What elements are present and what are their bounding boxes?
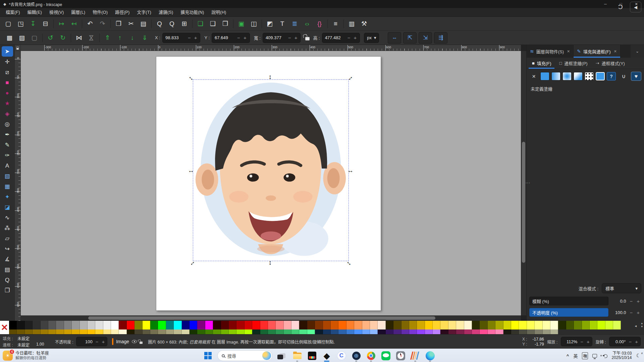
palette-swatch[interactable]	[25, 321, 33, 329]
palette-swatch[interactable]	[472, 329, 480, 334]
palette-swatch[interactable]	[495, 321, 503, 329]
object-properties-button[interactable]: {}	[313, 18, 326, 29]
palette-swatch[interactable]	[346, 321, 354, 329]
stroke-paint-subtab[interactable]: □邊框塗繪(P)	[556, 58, 591, 69]
palette-swatch[interactable]	[448, 329, 456, 334]
ime-mode-indicator[interactable]: 嘸	[582, 352, 588, 359]
duplicate-button[interactable]: ❏	[194, 18, 207, 29]
pages-tool[interactable]: ▤	[2, 264, 13, 275]
pen-tool[interactable]: ✒	[2, 129, 13, 140]
dock-resize-handle[interactable]: ⋮	[527, 181, 529, 185]
lower-button[interactable]: ↓	[126, 32, 139, 44]
palette-swatch[interactable]	[190, 329, 197, 334]
palette-swatch[interactable]	[346, 329, 354, 334]
palette-swatch[interactable]	[127, 329, 135, 334]
palette-swatch[interactable]	[9, 329, 17, 334]
palette-swatch[interactable]	[315, 321, 323, 329]
statusbar-opacity-value[interactable]: 100	[79, 339, 94, 344]
palette-swatch[interactable]	[440, 321, 448, 329]
height-field[interactable]: 477.482 − +	[322, 33, 360, 43]
taskbar-clock-app[interactable]	[393, 349, 408, 362]
transform-stroke-toggle[interactable]: ⇔	[388, 32, 401, 44]
x-plus-button[interactable]: +	[193, 35, 199, 41]
palette-swatch[interactable]	[229, 321, 236, 329]
unknown-paint-button[interactable]: ?	[607, 72, 616, 80]
taskbar-globe[interactable]: ⊕	[349, 349, 364, 362]
palette-swatch[interactable]	[174, 321, 181, 329]
palette-swatch[interactable]	[135, 321, 142, 329]
undo-button[interactable]: ↶	[84, 18, 96, 29]
width-minus-button[interactable]: −	[286, 35, 293, 41]
xml-editor-button[interactable]: ‹›	[301, 18, 313, 29]
horizontal-ruler[interactable]: -300-200-1000100200300400500600700800900	[21, 45, 521, 51]
palette-swatch[interactable]	[550, 329, 558, 334]
height-value[interactable]: 477.482	[325, 35, 346, 40]
palette-swatch[interactable]	[480, 321, 487, 329]
menu-item[interactable]: 路徑(P)	[111, 8, 133, 16]
do-not-disturb-icon[interactable]: ☾z	[636, 353, 641, 359]
select-all-layers-button[interactable]: ▨	[16, 32, 28, 44]
palette-swatch[interactable]	[119, 329, 126, 334]
palette-swatch[interactable]	[158, 329, 166, 334]
ruler-corner[interactable]	[15, 45, 21, 51]
palette-swatch[interactable]	[236, 321, 244, 329]
palette-swatch[interactable]	[425, 321, 433, 329]
ungroup-button[interactable]: ◫	[248, 18, 260, 29]
palette-swatch[interactable]	[527, 329, 535, 334]
palette-swatch[interactable]	[331, 329, 338, 334]
palette-swatch[interactable]	[417, 321, 425, 329]
selection-handle[interactable]: ↔	[347, 167, 354, 174]
width-value[interactable]: 409.377	[266, 35, 286, 40]
menu-item[interactable]: 文字(T)	[133, 8, 155, 16]
selection-handle[interactable]: ↔	[268, 74, 274, 80]
palette-swatch[interactable]	[182, 321, 190, 329]
clock-date[interactable]: 下午 03:03 2025/10/14	[611, 351, 632, 360]
palette-swatch[interactable]	[221, 321, 229, 329]
palette-swatch[interactable]	[150, 329, 158, 334]
width-plus-button[interactable]: +	[293, 35, 299, 41]
y-plus-button[interactable]: +	[242, 35, 248, 41]
blur-minus-button[interactable]: −	[628, 298, 634, 304]
lower-to-bottom-button[interactable]: ⇓	[139, 32, 151, 44]
palette-swatch[interactable]	[323, 329, 331, 334]
taskbar-widget[interactable]: ☀4 今日最旺：牡羊座 解鎖你的每日運勢	[3, 351, 49, 361]
palette-swatch[interactable]	[213, 321, 221, 329]
pattern-button[interactable]	[574, 72, 583, 80]
palette-scroll-down[interactable]: ▾	[641, 325, 643, 328]
rotation-field[interactable]: 0.00° − +	[609, 337, 641, 346]
palette-swatch[interactable]	[260, 329, 268, 334]
zoom-tool[interactable]: Q	[2, 275, 13, 285]
flip-horizontal-button[interactable]: ⋈	[73, 32, 85, 44]
palette-swatch[interactable]	[252, 329, 260, 334]
opacity-slider[interactable]: 不透明度 (%)	[529, 308, 608, 317]
palette-swatch[interactable]	[150, 321, 158, 329]
tray-expand-icon[interactable]: ^	[567, 353, 569, 358]
palette-swatch[interactable]	[613, 321, 621, 329]
layers-objects-tab[interactable]: ≋圖層與物件(S)✕	[527, 45, 574, 58]
palette-swatch[interactable]	[527, 321, 535, 329]
rotate-ccw-button[interactable]: ↺	[44, 32, 57, 44]
search-box[interactable]: 搜尋	[217, 350, 272, 361]
palette-swatch[interactable]	[503, 321, 511, 329]
palette-swatch[interactable]	[291, 321, 299, 329]
palette-swatch[interactable]	[433, 321, 440, 329]
palette-swatch[interactable]	[566, 321, 574, 329]
zoom-field[interactable]: 112% − +	[561, 337, 592, 346]
blend-mode-dropdown[interactable]: 標準 ▾	[602, 283, 641, 293]
node-tool[interactable]: ✛	[2, 57, 13, 67]
statusbar-opacity-field[interactable]: 100 − +	[76, 337, 108, 346]
network-icon[interactable]	[592, 354, 597, 358]
zoom-drawing-button[interactable]: Q	[166, 18, 178, 29]
height-plus-button[interactable]: +	[352, 35, 358, 41]
text-tool[interactable]: A	[2, 161, 13, 171]
menu-item[interactable]: 濾鏡(S)	[155, 8, 177, 16]
palette-swatch[interactable]	[456, 329, 464, 334]
linear-gradient-button[interactable]	[551, 72, 560, 80]
x-minus-button[interactable]: −	[186, 35, 193, 41]
palette-swatch[interactable]	[535, 329, 542, 334]
palette-swatch[interactable]	[331, 321, 338, 329]
palette-swatch[interactable]	[95, 321, 103, 329]
palette-swatch[interactable]	[511, 329, 519, 334]
palette-swatch[interactable]	[440, 329, 448, 334]
palette-swatch[interactable]	[56, 321, 64, 329]
